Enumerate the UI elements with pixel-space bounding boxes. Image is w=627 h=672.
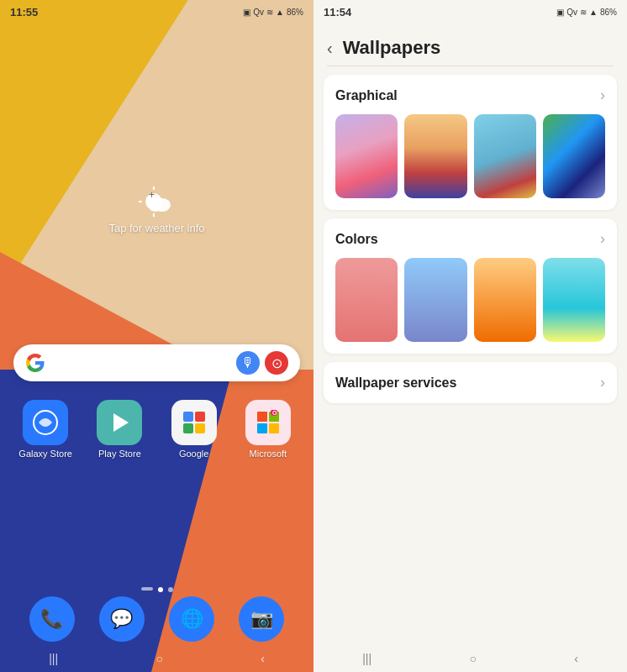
indicator-dot-2 <box>168 587 173 592</box>
app-play-store[interactable]: Play Store <box>89 400 150 459</box>
status-bar-left: 11:55 ▣ Qv ≋ ▲ 86% <box>0 0 314 24</box>
color-thumb-3[interactable] <box>474 258 536 342</box>
services-row[interactable]: Wallpaper services › <box>335 374 605 391</box>
microsoft-label: Microsoft <box>250 449 287 459</box>
status-bar-right: 11:54 ▣ Qv ≋ ▲ 86% <box>314 0 627 24</box>
dock-internet[interactable]: 🌐 <box>169 596 214 642</box>
indicator-dash <box>141 587 153 591</box>
header-divider <box>327 66 614 66</box>
status-icons-left: ▣ Qv ≋ ▲ 86% <box>243 8 303 17</box>
nav-back-icon-right[interactable]: ‹ <box>574 652 578 665</box>
color-thumb-1[interactable] <box>335 258 398 342</box>
app-google[interactable]: Google <box>164 400 224 459</box>
app-microsoft[interactable]: O Microsoft <box>238 400 298 459</box>
galaxy-store-icon <box>23 400 68 445</box>
play-store-icon <box>97 400 142 445</box>
left-panel: 11:55 ▣ Qv ≋ ▲ 86% + Tap for weathe <box>0 0 314 672</box>
colors-section-header[interactable]: Colors › <box>335 230 605 248</box>
wallpaper-services-section[interactable]: Wallpaper services › <box>324 362 617 403</box>
google-logo <box>25 353 45 373</box>
svg-rect-12 <box>195 412 205 422</box>
graphical-thumb-2[interactable] <box>404 114 466 198</box>
lens-icon[interactable]: ⊙ <box>265 351 288 375</box>
nav-home-icon-right[interactable]: ○ <box>469 652 476 665</box>
app-grid: Galaxy Store Play Store Google <box>0 400 314 459</box>
services-arrow: › <box>600 374 605 391</box>
graphical-thumb-3[interactable] <box>474 114 536 198</box>
graphical-section: Graphical › <box>324 75 617 210</box>
play-store-label: Play Store <box>98 449 141 459</box>
nav-recent-icon-right[interactable]: ||| <box>362 652 371 665</box>
mic-icon[interactable]: 🎙 <box>236 351 260 375</box>
colors-arrow: › <box>600 230 605 248</box>
nav-home-icon[interactable]: ○ <box>155 652 162 665</box>
app-galaxy-store[interactable]: Galaxy Store <box>15 400 76 459</box>
graphical-thumbs <box>335 114 605 198</box>
svg-rect-14 <box>195 423 205 433</box>
graphical-title: Graphical <box>335 88 398 103</box>
colors-section: Colors › <box>324 218 617 354</box>
nav-bar-left: ||| ○ ‹ <box>0 645 314 672</box>
graphical-arrow: › <box>600 87 605 104</box>
color-thumbs <box>335 258 605 342</box>
color-thumb-2[interactable] <box>404 258 466 342</box>
graphical-thumb-4[interactable] <box>543 114 605 198</box>
svg-rect-13 <box>183 423 193 433</box>
svg-rect-17 <box>257 423 267 433</box>
weather-widget[interactable]: + Tap for weather info <box>108 185 204 234</box>
bottom-spacer <box>314 412 627 442</box>
svg-rect-11 <box>183 412 193 422</box>
microsoft-icon: O <box>245 400 291 445</box>
dock-camera[interactable]: 📷 <box>239 596 284 642</box>
nav-recent-icon[interactable]: ||| <box>49 652 58 665</box>
search-bar[interactable]: 🎙 ⊙ <box>13 344 300 381</box>
dock-messages[interactable]: 💬 <box>99 596 145 642</box>
dock-phone[interactable]: 📞 <box>29 596 75 642</box>
svg-marker-10 <box>113 413 129 432</box>
svg-rect-18 <box>269 423 279 433</box>
nav-back-icon[interactable]: ‹ <box>261 652 265 665</box>
color-thumb-4[interactable] <box>543 258 605 342</box>
google-label: Google <box>179 449 208 459</box>
weather-text: Tap for weather info <box>108 222 204 234</box>
galaxy-store-label: Galaxy Store <box>18 449 72 459</box>
dock: 📞 💬 🌐 📷 <box>0 596 314 642</box>
page-indicator <box>141 587 173 592</box>
wallpapers-content: ‹ Wallpapers Graphical › Colors › <box>314 24 627 672</box>
services-title: Wallpaper services <box>335 375 456 391</box>
svg-text:+: + <box>149 189 155 201</box>
wp-header: ‹ Wallpapers <box>314 24 627 66</box>
indicator-dot-1 <box>158 587 163 592</box>
graphical-section-header[interactable]: Graphical › <box>335 87 605 104</box>
svg-text:O: O <box>272 410 277 416</box>
colors-title: Colors <box>335 232 378 247</box>
right-panel: 11:54 ▣ Qv ≋ ▲ 86% ‹ Wallpapers Graphica… <box>314 0 627 672</box>
time-left: 11:55 <box>10 6 38 18</box>
page-title: Wallpapers <box>343 37 441 59</box>
back-button[interactable]: ‹ <box>327 39 333 58</box>
svg-rect-15 <box>257 412 267 422</box>
nav-bar-right: ||| ○ ‹ <box>314 645 627 672</box>
graphical-thumb-1[interactable] <box>335 114 398 198</box>
weather-icon: + <box>137 185 177 218</box>
google-icon <box>171 400 217 445</box>
status-icons-right: ▣ Qv ≋ ▲ 86% <box>556 8 617 17</box>
time-right: 11:54 <box>324 6 351 18</box>
